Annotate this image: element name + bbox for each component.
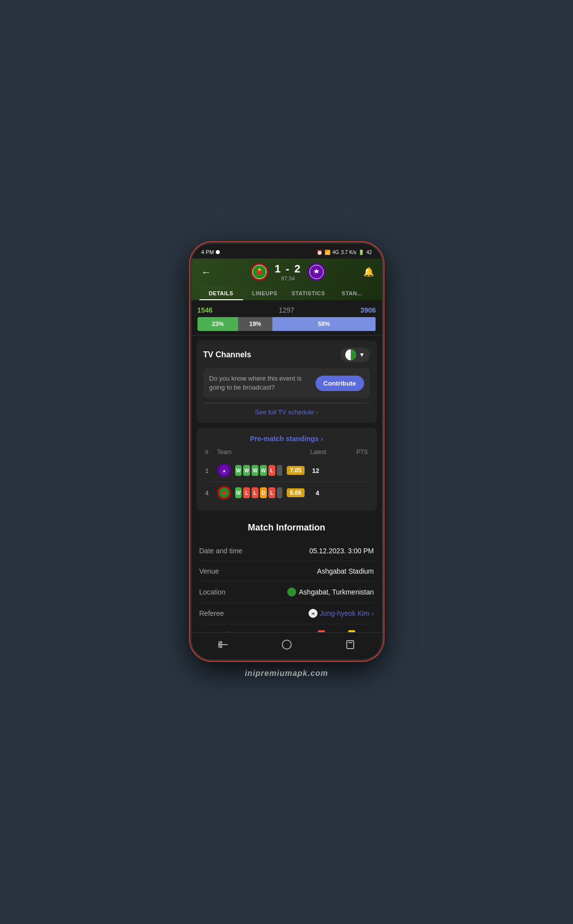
bottom-nav [191,632,382,660]
status-time: 4 PM [201,249,214,255]
info-row-referee: Referee 🇰🇷 Jong-hyeok Kim › [199,603,374,624]
tv-channels-section: TV Channels ▼ Do you know where th [196,340,377,423]
progress-green: 23% [197,317,239,331]
table-row: 4 W L L D L 6.66 [203,482,370,504]
badge-w: W [235,487,242,498]
rank-num: 4 [205,489,217,497]
badge-w: W [252,465,258,476]
battery-level: 42 [366,250,372,255]
badge-w: W [243,465,250,476]
nav-tabs: DETAILS LINEUPS STATISTICS STAN... [199,285,374,300]
match-info-title: Match Information [199,523,374,533]
tab-details[interactable]: DETAILS [199,285,243,300]
svg-point-7 [222,491,226,495]
stat-right: 3906 [360,306,376,314]
website-label: inipremiumapk.com [245,661,328,682]
rating-badge: 6.66 [287,488,304,497]
info-row-venue: Venue Ashgabat Stadium [199,561,374,582]
battery-icon: 🔋 [358,250,364,255]
pts-value: 4 [305,489,319,497]
tv-channels-header: TV Channels ▼ [203,347,370,362]
badge-l: L [268,465,275,476]
progress-mid: 19% [238,317,272,331]
korea-flag: 🇰🇷 [309,609,318,618]
badge-gray [277,465,282,476]
match-time: 87:34 [274,275,301,281]
pre-match-standings-header[interactable]: Pre-match standings › [203,435,370,443]
badge-l: L [252,487,258,498]
score-text: 1 - 2 [274,263,301,275]
back-nav-button[interactable] [216,638,230,652]
progress-blue: 58% [272,317,376,331]
team-logo-ahal [217,486,231,500]
badge-w: W [235,465,242,476]
bell-icon[interactable]: 🔔 [363,266,374,277]
svg-rect-10 [347,641,354,649]
tab-standings[interactable]: STAN... [330,285,374,300]
badge-l: L [243,487,250,498]
form-badges-row2: W L L D L 6.66 [235,487,305,498]
tv-schedule-link[interactable]: See full TV schedule › [203,408,370,416]
rating-badge: 7.05 [287,466,304,475]
tv-title: TV Channels [203,350,252,359]
home-team-logo [251,263,268,281]
contribute-button[interactable]: Contribute [316,376,364,391]
badge-w: W [260,465,267,476]
stats-numbers: 1546 1297 3906 [197,306,376,314]
status-right: ⏰ 📶 4G 3.7 K/s 🔋 42 [317,250,372,255]
location-label: Location [199,588,226,596]
progress-bar: 23% 19% 58% [197,317,376,331]
stats-bar-section: 1546 1297 3906 23% 19% 58% [191,300,382,335]
referee-value[interactable]: 🇰🇷 Jong-hyeok Kim › [309,609,374,618]
standings-columns: # Team Latest PTS [203,449,370,456]
venue-label: Venue [199,567,219,575]
stat-mid: 1297 [279,306,294,314]
stat-left: 1546 [197,306,213,314]
badge-l: L [268,487,275,498]
badge-gray [277,487,282,498]
match-info-section: Match Information Date and time 05.12.20… [191,516,382,634]
match-score: 1 - 2 87:34 [213,263,363,281]
tab-lineups[interactable]: LINEUPS [243,285,287,300]
info-row-datetime: Date and time 05.12.2023. 3:00 PM [199,541,374,561]
divider [203,403,370,403]
col-latest: Latest [284,449,353,456]
form-badges-row1: W W W W L 7.05 [235,465,305,476]
col-pts: PTS [353,449,368,456]
network-icon: 4G [332,250,339,255]
venue-value: Ashgabat Stadium [317,567,374,575]
chevron-right-icon: › [320,435,323,443]
turkmenistan-flag [287,588,296,596]
score-block: 1 - 2 87:34 [274,263,301,281]
status-dot [216,250,220,254]
col-hash: # [205,449,217,456]
rank-num: 1 [205,467,217,474]
home-nav-button[interactable] [280,638,294,652]
date-value: 05.12.2023. 3:00 PM [310,547,374,555]
alarm-icon: ⏰ [317,250,322,255]
standings-section: Pre-match standings › # Team Latest PTS … [196,428,377,511]
header: ← 1 - 2 87:34 [191,259,382,300]
tab-statistics[interactable]: STATISTICS [287,285,330,300]
signal-icon: 📶 [324,250,330,255]
team-logo-alain: A [217,463,231,477]
main-content: 1546 1297 3906 23% 19% 58% TV Channels [191,300,382,634]
phone-frame: 4 PM ⏰ 📶 4G 3.7 K/s 🔋 42 ← [190,242,383,661]
referee-label: Referee [199,609,224,617]
date-label: Date and time [199,547,243,555]
broadcast-text: Do you know where this event is going to… [209,374,311,392]
recent-nav-button[interactable] [343,638,357,652]
location-value: Ashgabat, Turkmenistan [287,588,374,596]
chevron-right-icon: › [316,408,318,416]
country-selector[interactable]: ▼ [340,347,370,362]
chevron-down-icon: ▼ [359,351,365,358]
col-team: Team [217,449,284,456]
info-row-location: Location Ashgabat, Turkmenistan [199,582,374,603]
table-row: 1 A W W W W L 7.05 [203,460,370,482]
svg-point-9 [282,640,291,649]
status-bar: 4 PM ⏰ 📶 4G 3.7 K/s 🔋 42 [191,244,382,259]
speed-text: 3.7 K/s [341,250,356,255]
broadcast-box: Do you know where this event is going to… [203,368,370,398]
back-button[interactable]: ← [199,264,213,280]
pts-value: 12 [305,467,319,474]
